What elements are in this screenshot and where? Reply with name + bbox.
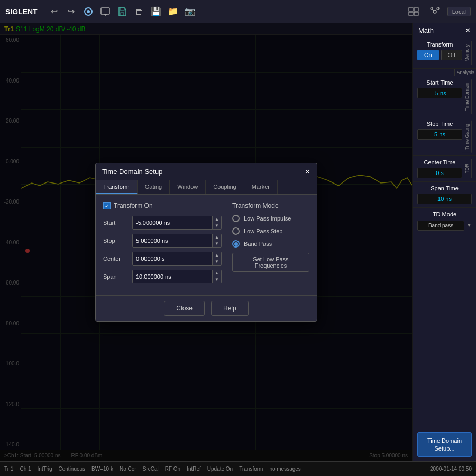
svg-point-1 xyxy=(87,10,90,13)
td-mode-label: TD Mode xyxy=(417,211,472,217)
time-domain-setup-button[interactable]: Time Domain Setup... xyxy=(417,432,472,457)
start-param-input-wrap: ▲ ▼ xyxy=(132,216,222,230)
span-time-value[interactable]: 10 ns xyxy=(417,194,472,204)
time-domain-tab[interactable]: Time Domain xyxy=(462,79,472,114)
center-param-input[interactable] xyxy=(133,254,212,263)
start-param-row: Start ▲ ▼ xyxy=(103,216,222,230)
transform-on-checkbox[interactable]: ✓ xyxy=(103,202,111,209)
dialog-right: Transform Mode Low Pass Impulse Low Pass… xyxy=(232,202,309,288)
check-mark-icon: ✓ xyxy=(105,203,109,209)
stop-spin-up[interactable]: ▲ xyxy=(213,234,221,241)
right-panel: Math ✕ Transform On Off Memory Analysis xyxy=(413,23,476,461)
start-spin-up[interactable]: ▲ xyxy=(213,216,221,223)
stop-time-value[interactable]: 5 ns xyxy=(417,129,462,140)
low-pass-impulse-radio[interactable]: Low Pass Impulse xyxy=(232,215,309,222)
time-domain-setup-dialog: Time Domain Setup ✕ Transform Gating Win… xyxy=(95,163,317,322)
time-gating-tab[interactable]: Time Gating xyxy=(462,121,472,153)
transform-section: Transform On Off Memory xyxy=(413,38,476,69)
math-title: Math xyxy=(418,26,434,34)
center-time-row: Center Time 0 s TDR xyxy=(417,159,472,178)
transform-label: Transform xyxy=(417,41,462,48)
transform-off-button[interactable]: Off xyxy=(441,50,463,60)
center-time-main: Center Time 0 s xyxy=(417,159,462,178)
set-low-pass-button[interactable]: Set Low Pass Frequencies xyxy=(232,253,309,272)
save-icon[interactable] xyxy=(115,4,130,19)
app-logo: SIGLENT xyxy=(5,7,38,16)
dialog-tab-marker[interactable]: Marker xyxy=(244,180,278,194)
dialog-tab-gating[interactable]: Gating xyxy=(138,180,170,194)
layout-icon[interactable] xyxy=(406,4,421,19)
local-badge: Local xyxy=(447,7,471,16)
svg-rect-10 xyxy=(414,12,418,15)
center-spin-down[interactable]: ▼ xyxy=(213,259,221,265)
span-param-row: Span ▲ ▼ xyxy=(103,270,222,283)
network-icon[interactable] xyxy=(427,4,442,19)
screenshot-icon[interactable]: 📷 xyxy=(182,4,197,19)
dialog-close-button[interactable]: ✕ xyxy=(305,168,310,175)
svg-rect-8 xyxy=(414,8,418,11)
td-mode-dropdown-icon[interactable]: ▼ xyxy=(466,222,472,228)
span-spin-up[interactable]: ▲ xyxy=(213,270,221,277)
start-time-section: Start Time -5 ns Time Domain xyxy=(413,76,476,117)
help-button[interactable]: Help xyxy=(211,301,249,316)
span-time-label: Span Time xyxy=(417,185,472,191)
folder-icon[interactable]: 📁 xyxy=(166,4,180,19)
start-param-input[interactable] xyxy=(133,218,212,227)
dialog-left: ✓ Transform On Start ▲ ▼ xyxy=(103,202,222,288)
redo-button[interactable]: ↪ xyxy=(64,4,79,19)
td-mode-value[interactable]: Band pass xyxy=(417,221,464,231)
math-close-button[interactable]: ✕ xyxy=(465,26,471,34)
center-param-spinners: ▲ ▼ xyxy=(212,252,221,265)
status-bw: BW=10 k xyxy=(91,466,113,472)
close-button[interactable]: Close xyxy=(164,301,205,316)
stop-param-input[interactable] xyxy=(133,236,212,245)
undo-button[interactable]: ↩ xyxy=(47,4,62,19)
span-param-label: Span xyxy=(103,273,132,280)
dialog-title-bar: Time Domain Setup ✕ xyxy=(96,163,317,180)
memory-tab[interactable]: Memory xyxy=(462,41,472,65)
transform-on-row: ✓ Transform On xyxy=(103,202,222,209)
transform-main: Transform On Off xyxy=(417,41,462,65)
measure-icon[interactable] xyxy=(81,4,96,19)
start-spin-down[interactable]: ▼ xyxy=(213,223,221,229)
display-icon[interactable] xyxy=(98,4,113,19)
span-spin-down[interactable]: ▼ xyxy=(213,277,221,283)
center-time-label: Center Time xyxy=(417,159,462,166)
analysis-label[interactable]: Analysis xyxy=(454,69,476,76)
stop-spin-down[interactable]: ▼ xyxy=(213,241,221,247)
delete-icon[interactable]: 🗑 xyxy=(132,4,147,19)
dialog-footer: Close Help xyxy=(96,295,317,321)
low-pass-step-radio[interactable]: Low Pass Step xyxy=(232,227,309,235)
math-header: Math ✕ xyxy=(413,23,476,38)
center-spin-up[interactable]: ▲ xyxy=(213,252,221,259)
status-srccal: SrcCal xyxy=(143,466,159,472)
transform-on-button[interactable]: On xyxy=(417,50,439,60)
save2-icon[interactable]: 💾 xyxy=(149,4,163,19)
band-pass-radio[interactable]: Band Pass xyxy=(232,240,309,248)
dialog-tab-transform[interactable]: Transform xyxy=(96,180,138,194)
dialog-tab-coupling[interactable]: Coupling xyxy=(206,180,244,194)
dialog-tab-window[interactable]: Window xyxy=(170,180,206,194)
low-pass-step-radio-circle xyxy=(232,227,240,235)
center-time-value[interactable]: 0 s xyxy=(417,168,462,178)
band-pass-radio-circle xyxy=(232,240,240,248)
status-cor: No Cor xyxy=(120,466,136,472)
svg-rect-7 xyxy=(409,8,413,11)
dialog-body: ✓ Transform On Start ▲ ▼ xyxy=(96,195,317,295)
low-pass-step-label: Low Pass Step xyxy=(244,228,282,234)
analysis-area: Analysis xyxy=(413,69,476,76)
svg-rect-9 xyxy=(409,12,413,15)
center-time-section: Center Time 0 s TDR xyxy=(413,156,476,182)
stop-time-label: Stop Time xyxy=(417,121,462,127)
tdr-tab[interactable]: TDR xyxy=(462,159,472,178)
start-param-spinners: ▲ ▼ xyxy=(212,216,221,229)
transform-row: Transform On Off Memory xyxy=(417,41,472,65)
band-pass-radio-inner xyxy=(234,242,238,246)
stop-time-main: Stop Time 5 ns xyxy=(417,121,462,153)
status-mode: Continuous xyxy=(59,466,86,472)
start-time-value[interactable]: -5 ns xyxy=(417,88,462,98)
center-param-label: Center xyxy=(103,255,132,262)
span-param-spinners: ▲ ▼ xyxy=(212,270,221,283)
center-param-input-wrap: ▲ ▼ xyxy=(132,252,222,266)
span-param-input[interactable] xyxy=(133,272,212,281)
